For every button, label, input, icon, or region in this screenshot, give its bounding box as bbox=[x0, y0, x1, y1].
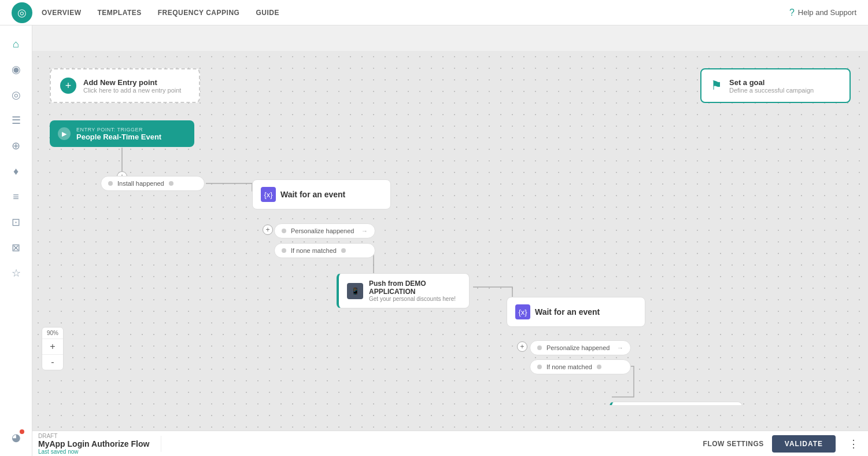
flow-settings-button[interactable]: FLOW SETTINGS bbox=[703, 440, 764, 448]
add-entry-title: Add New Entry point bbox=[83, 78, 181, 87]
condition-left-dot-4 bbox=[537, 345, 542, 350]
set-goal-title: Set a goal bbox=[729, 78, 814, 87]
sidebar-tags-icon[interactable]: ☆ bbox=[5, 262, 28, 285]
help-link[interactable]: ? Help and Support bbox=[789, 8, 856, 18]
if-none-matched-2[interactable]: If none matched bbox=[530, 359, 631, 374]
top-nav: ◎ OVERVIEW TEMPLATES FREQUENCY CAPPING G… bbox=[0, 0, 868, 25]
divider bbox=[161, 436, 161, 452]
add-entry-sub: Click here to add a new entry point bbox=[83, 87, 181, 94]
personalize-condition-2[interactable]: Personalize happened → bbox=[530, 340, 631, 355]
nav-guide[interactable]: GUIDE bbox=[256, 6, 279, 19]
condition-left-dot-3 bbox=[282, 248, 286, 253]
install-condition[interactable]: Install happened bbox=[101, 176, 205, 191]
plus-connector-3[interactable]: + bbox=[517, 341, 527, 352]
sidebar-analytics-icon[interactable]: ◎ bbox=[5, 83, 28, 106]
set-goal-sub: Define a successful campaign bbox=[729, 87, 814, 94]
flag-icon: ⚑ bbox=[711, 78, 722, 93]
canvas-area: + Add New Entry point Click here to add … bbox=[32, 51, 868, 431]
help-label: Help and Support bbox=[798, 8, 856, 17]
more-options-button[interactable]: ⋮ bbox=[848, 437, 859, 450]
install-condition-label: Install happened bbox=[117, 180, 164, 187]
question-icon: ? bbox=[789, 8, 795, 18]
condition-left-dot-5 bbox=[537, 365, 542, 369]
sidebar-messages-icon[interactable]: ≡ bbox=[5, 185, 28, 208]
zoom-out-button[interactable]: - bbox=[42, 355, 63, 370]
wait-event-node-1[interactable]: {x} Wait for an event bbox=[252, 179, 391, 209]
wait-event-node-2[interactable]: {x} Wait for an event bbox=[507, 297, 645, 327]
plus-connector-2[interactable]: + bbox=[263, 225, 273, 235]
if-none-matched-1[interactable]: If none matched bbox=[274, 243, 375, 258]
set-goal-node[interactable]: ⚑ Set a goal Define a successful campaig… bbox=[700, 68, 851, 103]
sidebar-campaigns-icon[interactable]: ◉ bbox=[5, 58, 28, 81]
wait-title-2: Wait for an event bbox=[535, 307, 600, 317]
condition-left-dot bbox=[108, 181, 113, 186]
flow-info: DRAFT MyApp Login Authorize Flow Last sa… bbox=[38, 433, 149, 455]
trigger-label: ENTRY POINT: TRIGGER bbox=[76, 127, 161, 133]
sidebar-settings-icon[interactable]: ⊠ bbox=[5, 236, 28, 259]
play-icon: ▶ bbox=[58, 127, 71, 140]
push-node-2[interactable]: 📱 Push from DEMO APPLICATION Get your pe… bbox=[610, 402, 743, 405]
push-sub-1: Get your personal discounts here! bbox=[369, 296, 461, 302]
nav-frequency-capping[interactable]: FREQUENCY CAPPING bbox=[158, 6, 240, 19]
trigger-node[interactable]: ▶ ENTRY POINT: TRIGGER People Real-Time … bbox=[50, 120, 194, 147]
event-icon-1: {x} bbox=[261, 187, 276, 202]
push-title-1: Push from DEMO APPLICATION bbox=[369, 280, 461, 296]
zoom-controls: 90% + - bbox=[42, 327, 64, 370]
notification-badge bbox=[20, 429, 24, 434]
connector-lines bbox=[32, 51, 868, 405]
personalize-condition-1[interactable]: Personalize happened → bbox=[274, 223, 375, 238]
nav-links: OVERVIEW TEMPLATES FREQUENCY CAPPING GUI… bbox=[42, 6, 279, 19]
sidebar-templates-icon[interactable]: ⊡ bbox=[5, 211, 28, 234]
sidebar-flows-icon[interactable]: ⊕ bbox=[5, 134, 28, 157]
wait-title-1: Wait for an event bbox=[280, 190, 345, 199]
flow-name-label: MyApp Login Authorize Flow bbox=[38, 439, 149, 448]
saved-label: Last saved now bbox=[38, 448, 149, 455]
validate-button[interactable]: VALIDATE bbox=[772, 435, 836, 453]
zoom-level: 90% bbox=[42, 328, 63, 339]
add-icon: + bbox=[60, 78, 76, 94]
left-sidebar: ⌂ ◉ ◎ ☰ ⊕ ♦ ≡ ⊡ ⊠ ☆ ◕ bbox=[0, 25, 32, 456]
add-entry-node[interactable]: + Add New Entry point Click here to add … bbox=[50, 68, 200, 103]
personalize-label-1: Personalize happened bbox=[291, 227, 354, 234]
personalize-label-2: Personalize happened bbox=[546, 344, 610, 351]
nav-overview[interactable]: OVERVIEW bbox=[42, 6, 81, 19]
condition-left-dot-2 bbox=[282, 229, 286, 233]
push-node-1[interactable]: 📱 Push from DEMO APPLICATION Get your pe… bbox=[337, 273, 470, 308]
logo-icon[interactable]: ◎ bbox=[12, 2, 32, 23]
if-none-label-2: If none matched bbox=[546, 363, 592, 370]
nav-templates[interactable]: TEMPLATES bbox=[97, 6, 141, 19]
zoom-in-button[interactable]: + bbox=[42, 339, 63, 355]
condition-right-dot-3 bbox=[597, 365, 601, 369]
bottom-bar: DRAFT MyApp Login Authorize Flow Last sa… bbox=[0, 431, 868, 456]
flow-canvas[interactable]: + Add New Entry point Click here to add … bbox=[32, 51, 868, 405]
push-icon-1: 📱 bbox=[347, 283, 363, 299]
sidebar-home-icon[interactable]: ⌂ bbox=[5, 32, 28, 56]
trigger-name: People Real-Time Event bbox=[76, 133, 161, 141]
condition-right-dot-2 bbox=[341, 248, 346, 253]
condition-right-dot bbox=[169, 181, 173, 186]
sidebar-audience-icon[interactable]: ☰ bbox=[5, 109, 28, 132]
event-icon-2: {x} bbox=[515, 304, 530, 319]
if-none-label-1: If none matched bbox=[291, 247, 337, 254]
sidebar-integrations-icon[interactable]: ♦ bbox=[5, 160, 28, 183]
draft-label: DRAFT bbox=[38, 433, 149, 439]
sidebar-user-icon[interactable]: ◕ bbox=[5, 426, 28, 449]
